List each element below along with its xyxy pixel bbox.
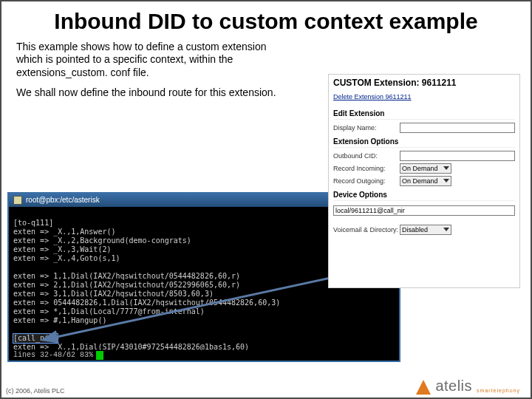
brand-name: atelis (435, 378, 472, 395)
display-name-input[interactable] (400, 123, 515, 133)
copyright: (c) 2006, Atelis PLC (6, 387, 65, 395)
record-incoming-select[interactable]: On Demand (400, 163, 451, 174)
dial-input[interactable] (333, 205, 515, 216)
delete-extension-link[interactable]: Delete Extension 9611211 (333, 93, 412, 100)
outbound-cid-input[interactable] (400, 151, 515, 161)
body-paragraph: This example shows how to define a custo… (16, 41, 290, 80)
terminal-highlight-header: [call_nir] (13, 334, 58, 343)
section-ext-options: Extension Options (333, 137, 515, 148)
extension-form: CUSTOM Extension: 9611211 Delete Extensi… (328, 74, 520, 288)
slide-title: Inbound DID to custom context example (1, 1, 531, 38)
section-device-options: Device Options (333, 191, 515, 201)
slide-body: This example shows how to define a custo… (1, 41, 304, 100)
record-outgoing-label: Record Outgoing: (333, 177, 400, 185)
body-paragraph: We shall now define the inbound route fo… (16, 86, 290, 100)
record-outgoing-select[interactable]: On Demand (400, 176, 451, 186)
brand-tagline: smartelephony (477, 388, 520, 393)
voicemail-select[interactable]: Disabled (400, 225, 451, 235)
form-heading: CUSTOM Extension: 9611211 (333, 78, 515, 88)
logo-triangle-icon (416, 380, 431, 395)
record-incoming-label: Record Incoming: (333, 165, 400, 172)
outbound-cid-label: Outbound CID: (333, 152, 400, 160)
section-edit: Edit Extension (333, 109, 515, 120)
display-name-label: Display Name: (333, 124, 400, 132)
brand-logo: atelis smartelephony (416, 378, 520, 395)
voicemail-label: Voicemail & Directory: (333, 226, 400, 233)
terminal-title: root@pbx:/etc/asterisk (26, 196, 100, 205)
terminal-status: lines 32-48/62 83% (9, 350, 399, 361)
terminal-icon (13, 196, 22, 205)
